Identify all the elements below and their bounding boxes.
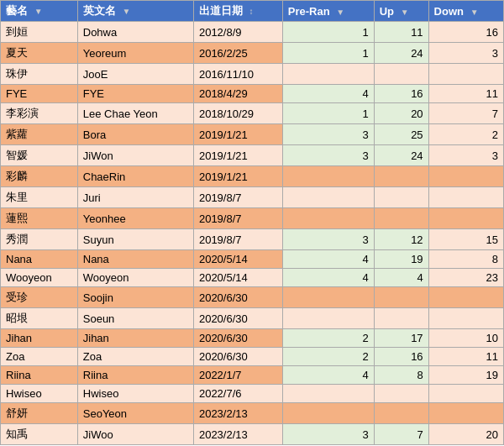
cell-debut: 2016/2/25 bbox=[193, 43, 282, 64]
table-row: 朱里Juri2019/8/7 bbox=[1, 187, 504, 208]
cell-preran: 4 bbox=[282, 366, 374, 385]
cell-up bbox=[374, 385, 428, 403]
cell-debut: 2018/4/29 bbox=[193, 85, 282, 103]
cell-up bbox=[374, 208, 428, 229]
cell-english: Bora bbox=[77, 124, 193, 145]
cell-up: 17 bbox=[374, 329, 428, 348]
cell-up: 19 bbox=[374, 250, 428, 269]
sort-icon-chinese[interactable]: ▼ bbox=[34, 7, 43, 16]
cell-up: 8 bbox=[374, 366, 428, 385]
table-row: JihanJihan2020/6/3021710 bbox=[1, 329, 504, 348]
cell-up: 4 bbox=[374, 269, 428, 287]
cell-up: 12 bbox=[374, 229, 428, 250]
cell-down: 3 bbox=[428, 145, 503, 166]
sort-icon-preran[interactable]: ▼ bbox=[336, 8, 344, 17]
table-row: ZoaZoa2020/6/3021611 bbox=[1, 348, 504, 366]
cell-up: 16 bbox=[374, 348, 428, 366]
cell-debut: 2020/6/30 bbox=[193, 287, 282, 308]
cell-chinese: 秀潤 bbox=[1, 229, 78, 250]
cell-preran: 4 bbox=[282, 250, 374, 269]
table-row: RiinaRiina2022/1/74819 bbox=[1, 366, 504, 385]
table-row: 紫蘿Bora2019/1/213252 bbox=[1, 124, 504, 145]
cell-debut: 2023/2/13 bbox=[193, 424, 282, 445]
sort-icon-english[interactable]: ▼ bbox=[122, 7, 130, 16]
cell-up: 25 bbox=[374, 124, 428, 145]
cell-down: 10 bbox=[428, 329, 503, 348]
cell-preran bbox=[282, 403, 374, 424]
cell-down: 8 bbox=[428, 250, 503, 269]
cell-debut: 2019/8/7 bbox=[193, 208, 282, 229]
cell-preran: 3 bbox=[282, 145, 374, 166]
cell-preran: 3 bbox=[282, 424, 374, 445]
cell-debut: 2019/1/21 bbox=[193, 145, 282, 166]
table-header: 藝名 ▼ 英文名 ▼ 出道日期 ↕ Pre-Ran ▼ Up ▼ Down ▼ bbox=[1, 1, 504, 22]
cell-chinese: Riina bbox=[1, 366, 78, 385]
cell-chinese: 夏天 bbox=[1, 43, 78, 64]
sort-icon-up[interactable]: ▼ bbox=[401, 8, 409, 17]
table-row: 珠伊JooE2016/11/10 bbox=[1, 64, 504, 85]
col-preran[interactable]: Pre-Ran ▼ bbox=[282, 1, 374, 22]
cell-preran bbox=[282, 166, 374, 187]
table-row: WooyeonWooyeon2020/5/144423 bbox=[1, 269, 504, 287]
cell-preran bbox=[282, 308, 374, 329]
col-debut-label: 出道日期 bbox=[199, 4, 243, 17]
table-row: 舒妍SeoYeon2023/2/13 bbox=[1, 403, 504, 424]
cell-debut: 2019/1/21 bbox=[193, 166, 282, 187]
cell-english: JiWoo bbox=[77, 424, 193, 445]
cell-chinese: Nana bbox=[1, 250, 78, 269]
cell-english: ChaeRin bbox=[77, 166, 193, 187]
cell-down bbox=[428, 403, 503, 424]
cell-debut: 2018/10/29 bbox=[193, 103, 282, 124]
cell-english: Soojin bbox=[77, 287, 193, 308]
cell-down bbox=[428, 385, 503, 403]
col-chinese[interactable]: 藝名 ▼ bbox=[1, 1, 78, 22]
cell-down: 11 bbox=[428, 348, 503, 366]
col-english[interactable]: 英文名 ▼ bbox=[77, 1, 193, 22]
cell-preran bbox=[282, 385, 374, 403]
cell-chinese: 昭垠 bbox=[1, 308, 78, 329]
cell-down: 15 bbox=[428, 229, 503, 250]
col-debut[interactable]: 出道日期 ↕ bbox=[193, 1, 282, 22]
cell-up bbox=[374, 64, 428, 85]
cell-up bbox=[374, 166, 428, 187]
cell-down: 16 bbox=[428, 22, 503, 43]
table-row: 智媛JiWon2019/1/213243 bbox=[1, 145, 504, 166]
cell-english: SeoYeon bbox=[77, 403, 193, 424]
cell-preran bbox=[282, 208, 374, 229]
cell-debut: 2022/7/6 bbox=[193, 385, 282, 403]
cell-chinese: 李彩演 bbox=[1, 103, 78, 124]
cell-debut: 2020/5/14 bbox=[193, 269, 282, 287]
table-row: 到姮Dohwa2012/8/911116 bbox=[1, 22, 504, 43]
cell-debut: 2020/6/30 bbox=[193, 329, 282, 348]
cell-down: 23 bbox=[428, 269, 503, 287]
table-row: 知禹JiWoo2023/2/133720 bbox=[1, 424, 504, 445]
cell-preran: 3 bbox=[282, 124, 374, 145]
cell-chinese: 珠伊 bbox=[1, 64, 78, 85]
col-down[interactable]: Down ▼ bbox=[428, 1, 503, 22]
cell-debut: 2016/11/10 bbox=[193, 64, 282, 85]
cell-down: 20 bbox=[428, 424, 503, 445]
col-down-label: Down bbox=[434, 5, 464, 18]
table-body: 到姮Dohwa2012/8/911116夏天Yeoreum2016/2/2512… bbox=[1, 22, 504, 445]
sort-icon-down[interactable]: ▼ bbox=[470, 8, 479, 17]
table-row: 受珍Soojin2020/6/30 bbox=[1, 287, 504, 308]
cell-chinese: Hwiseo bbox=[1, 385, 78, 403]
cell-debut: 2020/5/14 bbox=[193, 250, 282, 269]
cell-down: 2 bbox=[428, 124, 503, 145]
cell-chinese: 舒妍 bbox=[1, 403, 78, 424]
cell-english: Yeonhee bbox=[77, 208, 193, 229]
cell-english: Juri bbox=[77, 187, 193, 208]
col-up[interactable]: Up ▼ bbox=[374, 1, 428, 22]
cell-preran: 3 bbox=[282, 229, 374, 250]
cell-up: 24 bbox=[374, 145, 428, 166]
table-row: 蓮熙Yeonhee2019/8/7 bbox=[1, 208, 504, 229]
cell-english: JooE bbox=[77, 64, 193, 85]
cell-preran bbox=[282, 64, 374, 85]
cell-english: Yeoreum bbox=[77, 43, 193, 64]
cell-preran: 1 bbox=[282, 22, 374, 43]
sort-icon-debut[interactable]: ↕ bbox=[249, 7, 254, 16]
table-row: HwiseoHwiseo2022/7/6 bbox=[1, 385, 504, 403]
cell-up bbox=[374, 308, 428, 329]
table-row: 秀潤Suyun2019/8/731215 bbox=[1, 229, 504, 250]
cell-down: 3 bbox=[428, 43, 503, 64]
